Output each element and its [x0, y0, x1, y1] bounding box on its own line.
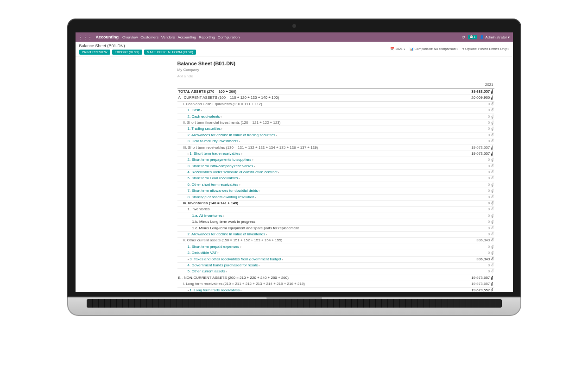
report-line[interactable]: 4. Government bonds purchased for resale…: [177, 263, 494, 269]
report-line[interactable]: 2. Deductible VAT0 ₫: [177, 250, 494, 256]
report-line[interactable]: 6. Other short term receivables0 ₫: [177, 182, 494, 188]
report-line[interactable]: 1.a. All Inventories0 ₫: [177, 213, 494, 219]
report-line[interactable]: 5. Short term Loan receivables0 ₫: [177, 176, 494, 182]
user-menu[interactable]: 👤 Administrator ▾: [480, 35, 510, 39]
line-value: 0 ₫: [456, 207, 493, 212]
add-note[interactable]: Add a note: [177, 75, 494, 78]
line-value: 0 ₫: [456, 245, 493, 249]
line-label[interactable]: 2. Short term prepayments to suppliers: [178, 158, 456, 162]
line-label[interactable]: 3. Short term intra-company receivables: [178, 164, 456, 169]
line-label[interactable]: 1. Long term trade receivables: [178, 288, 456, 292]
line-label: II. Short term financial investments (12…: [178, 120, 456, 125]
line-label[interactable]: 2. Allowances for decline in value of tr…: [178, 133, 456, 138]
line-label[interactable]: 2. Cash equivalents: [178, 114, 456, 119]
breadcrumb: Balance Sheet (B01-DN): [79, 44, 196, 48]
comparison-filter[interactable]: 📊 Comparison: No comparison: [410, 47, 458, 51]
line-label: B - NON-CURRENT ASSETS (200 = 210 + 220 …: [178, 276, 456, 280]
line-value: 336,343 ₫: [456, 257, 493, 262]
line-value: 0 ₫: [456, 201, 493, 206]
camera-dot: [292, 24, 296, 28]
line-value: 0 ₫: [456, 170, 493, 175]
line-label[interactable]: 1.a. All Inventories: [178, 214, 456, 218]
report-line: I. Long term receivables (210 = 211 + 21…: [177, 281, 494, 287]
line-label[interactable]: 5. Other current assets: [178, 269, 456, 274]
options-filter[interactable]: ▾ Options: Posted Entries Only: [462, 47, 509, 51]
line-label[interactable]: 7. Short term allowances for doubtful de…: [178, 189, 456, 193]
line-value: 19,673,657 ₫: [456, 276, 493, 280]
line-label: I. Cash and Cash Equivalents (110 = 111 …: [178, 102, 456, 107]
export-xlsx-button[interactable]: EXPORT (XLSX): [112, 50, 142, 55]
line-value: 20,009,900 ₫: [456, 95, 493, 100]
line-label[interactable]: 8. Shortage of assets awaiting resolutio…: [178, 195, 456, 200]
menu-reporting[interactable]: Reporting: [199, 35, 215, 39]
line-value: 0 ₫: [456, 189, 493, 193]
report-line[interactable]: 1. Trading securities0 ₫: [177, 126, 494, 132]
menu-configuration[interactable]: Configuration: [218, 35, 240, 39]
report-line[interactable]: 3. Short term intra-company receivables0…: [177, 164, 494, 170]
report-line[interactable]: 3. Taxes and other receivables from gove…: [177, 257, 494, 263]
line-value: 0 ₫: [456, 214, 493, 218]
messages-icon[interactable]: 💬1: [468, 35, 477, 39]
report-line[interactable]: 1. Long term trade receivables19,673,557…: [177, 288, 494, 292]
line-label[interactable]: 2. Deductible VAT: [178, 251, 456, 255]
report-line[interactable]: 4. Receivables under schedule of constru…: [177, 170, 494, 176]
report-line[interactable]: 3. Held to maturity investments0 ₫: [177, 139, 494, 145]
line-label: 1. Inventories: [178, 207, 456, 212]
line-value: 39,683,557 ₫: [456, 89, 493, 94]
line-label: I. Long term receivables (210 = 211 + 21…: [178, 282, 456, 286]
make-official-form-button[interactable]: MAKE OFFICIAL FORM (XLSX): [144, 50, 196, 55]
column-year: 2021: [177, 82, 494, 89]
menu-accounting[interactable]: Accounting: [177, 35, 196, 39]
line-label[interactable]: 5. Short term Loan receivables: [178, 176, 456, 181]
menu-vendors[interactable]: Vendors: [161, 35, 175, 39]
report-line[interactable]: 2. Cash equivalents0 ₫: [177, 114, 494, 120]
line-label: V. Other current assets (150 = 151 + 152…: [178, 238, 456, 243]
menu-customers[interactable]: Customers: [140, 35, 158, 39]
print-preview-button[interactable]: PRINT PREVIEW: [79, 50, 110, 55]
line-value: 0 ₫: [456, 220, 493, 224]
clock-icon[interactable]: ⏱: [462, 35, 465, 39]
line-value: 19,673,557 ₫: [456, 145, 493, 150]
report-line: I. Cash and Cash Equivalents (110 = 111 …: [177, 101, 494, 107]
report-line[interactable]: 8. Shortage of assets awaiting resolutio…: [177, 195, 494, 201]
screen: ⋮⋮⋮ Accounting Overview Customers Vendor…: [76, 32, 513, 292]
app-brand[interactable]: Accounting: [96, 35, 119, 39]
line-value: 0 ₫: [456, 263, 493, 268]
line-label[interactable]: 4. Receivables under schedule of constru…: [178, 170, 456, 175]
line-label[interactable]: 1. Cash: [178, 108, 456, 113]
line-value: 19,673,557 ₫: [456, 288, 493, 292]
line-label[interactable]: 3. Held to maturity investments: [178, 139, 456, 144]
line-label[interactable]: 4. Government bonds purchased for resale: [178, 263, 456, 268]
report-line: B - NON-CURRENT ASSETS (200 = 210 + 220 …: [177, 275, 494, 281]
report-line[interactable]: 1. Short term trade receivables19,673,55…: [177, 151, 494, 157]
line-label[interactable]: 3. Taxes and other receivables from gove…: [178, 257, 456, 262]
line-label: IV. Inventories (140 = 141 + 149): [178, 201, 456, 206]
report-line[interactable]: 2. Allowances for decline in value of in…: [177, 232, 494, 238]
report-line[interactable]: 2. Allowances for decline in value of tr…: [177, 132, 494, 139]
report-line[interactable]: 5. Other current assets0 ₫: [177, 269, 494, 275]
line-label: III. Short term receivables (130 = 131 +…: [178, 145, 456, 150]
line-value: 0 ₫: [456, 232, 493, 237]
date-filter[interactable]: 📅 2021: [390, 47, 405, 51]
line-value: 0 ₫: [456, 158, 493, 162]
line-label[interactable]: 1. Short term prepaid expenses: [178, 245, 456, 249]
line-value: 0 ₫: [456, 102, 493, 107]
line-value: 19,673,557 ₫: [456, 151, 493, 156]
report-line[interactable]: 1. Cash0 ₫: [177, 107, 494, 113]
report-company: My Company: [177, 68, 494, 72]
line-label[interactable]: 6. Other short term receivables: [178, 183, 456, 187]
line-label[interactable]: 1. Trading securities: [178, 126, 456, 131]
report-line[interactable]: 7. Short term allowances for doubtful de…: [177, 188, 494, 194]
report-line[interactable]: 1. Short term prepaid expenses0 ₫: [177, 244, 494, 250]
report-line: V. Other current assets (150 = 151 + 152…: [177, 238, 494, 244]
report-rows: TOTAL ASSETS (270 = 100 + 200)39,683,557…: [177, 89, 494, 292]
report-line: III. Short term receivables (130 = 131 +…: [177, 145, 494, 151]
line-value: 0 ₫: [456, 251, 493, 255]
menu-overview[interactable]: Overview: [122, 35, 138, 39]
report-line[interactable]: 2. Short term prepayments to suppliers0 …: [177, 157, 494, 163]
line-label[interactable]: 1. Short term trade receivables: [178, 151, 456, 156]
apps-icon[interactable]: ⋮⋮⋮: [78, 35, 92, 40]
line-value: 0 ₫: [456, 195, 493, 200]
line-label: TOTAL ASSETS (270 = 100 + 200): [178, 89, 456, 94]
line-label[interactable]: 2. Allowances for decline in value of in…: [178, 232, 456, 237]
